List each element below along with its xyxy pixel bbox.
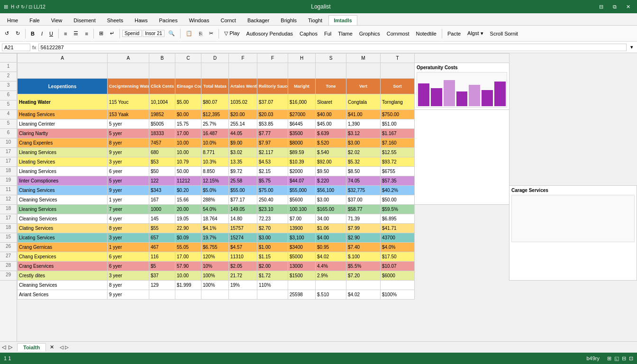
cell-lleaning-services-6[interactable]: Lleaning Services bbox=[18, 148, 108, 157]
graphs-btn[interactable]: Caphos bbox=[297, 29, 320, 38]
bold-btn[interactable]: B bbox=[28, 29, 37, 38]
cell-cn-6[interactable]: $7.77 bbox=[257, 129, 288, 138]
cell-ls17-6[interactable]: $2.15 bbox=[257, 167, 288, 176]
cell-ls17-5[interactable]: $9.72 bbox=[229, 167, 257, 176]
cell-cleaning-services-12[interactable]: Cleaning Services bbox=[18, 214, 108, 224]
cell-cs12-5[interactable]: 14.80 bbox=[229, 214, 257, 224]
align-center-btn[interactable]: ☰ bbox=[71, 29, 81, 38]
cell-chex-5[interactable]: 11310 bbox=[229, 252, 257, 262]
cell-hw-9[interactable]: Congtala bbox=[346, 94, 381, 110]
cell-hw-10[interactable]: Tornglang bbox=[381, 94, 415, 110]
cell-cres-10[interactable]: $10.07 bbox=[381, 262, 415, 271]
header-total[interactable]: Total Matas bbox=[201, 79, 229, 94]
restore-btn[interactable]: ⧉ bbox=[610, 3, 619, 11]
cell-llcating-services[interactable]: Llcating Services bbox=[18, 233, 108, 243]
cell-chex-8[interactable]: $4.02 bbox=[316, 252, 346, 262]
cell-cts-9[interactable]: $32,775 bbox=[346, 186, 381, 195]
cell-lts-8[interactable]: $92.00 bbox=[316, 157, 346, 167]
cell-lts-2[interactable]: $53 bbox=[149, 157, 175, 167]
cell-clating-services[interactable]: Clating Services bbox=[18, 224, 108, 233]
name-btn[interactable]: Tlame bbox=[335, 29, 355, 38]
cell-cg-8[interactable]: $0.95 bbox=[316, 243, 346, 252]
cell-cts-4[interactable]: $5.0% bbox=[201, 186, 229, 195]
cell-as-10[interactable]: $100% bbox=[381, 290, 415, 300]
tab-brighls[interactable]: Brighls bbox=[275, 15, 302, 25]
col-header-h[interactable]: H bbox=[288, 54, 316, 63]
cell-cd-10[interactable]: $6000 bbox=[381, 271, 415, 281]
cell-cres-3[interactable]: 57.90 bbox=[175, 262, 201, 271]
cell-chex-7[interactable]: $5000 bbox=[288, 252, 316, 262]
cell-cs28-2[interactable]: 129 bbox=[149, 281, 175, 290]
cell-cs19-4[interactable]: 288% bbox=[201, 195, 229, 205]
cell-claring-nartty[interactable]: Claring Nartty bbox=[18, 129, 108, 138]
graphics-btn[interactable]: Grophics bbox=[356, 29, 383, 38]
cell-cts-7[interactable]: $55,000 bbox=[288, 186, 316, 195]
cell-cd-2[interactable]: $37 bbox=[149, 271, 175, 281]
cell-ls11-4[interactable]: 54.0% bbox=[201, 205, 229, 214]
cell-ctaning-services[interactable]: Ctaning Services bbox=[18, 186, 108, 195]
cell-hw-5[interactable]: 1035.02 bbox=[229, 94, 257, 110]
cell-cs19-5[interactable]: $77.17 bbox=[229, 195, 257, 205]
cell-cs19-6[interactable]: 250.40 bbox=[257, 195, 288, 205]
cell-ls11-9[interactable]: $58.77 bbox=[346, 205, 381, 214]
cell-hs-5[interactable]: $20.00 bbox=[229, 110, 257, 119]
cell-crang-gernicas[interactable]: Crang Gernicas bbox=[18, 243, 108, 252]
cell-cls-4[interactable]: $4.1% bbox=[201, 224, 229, 233]
cell-cn-5[interactable]: 44.05 bbox=[229, 129, 257, 138]
cell-cs12-3[interactable]: 19.05 bbox=[175, 214, 201, 224]
cell-cs12-4[interactable]: 18.764 bbox=[201, 214, 229, 224]
cell-cls-10[interactable]: $41.71 bbox=[381, 224, 415, 233]
paste2-btn[interactable]: Pacte bbox=[445, 29, 464, 38]
cell-cg-9[interactable]: $7.40 bbox=[346, 243, 381, 252]
cell-as-3[interactable] bbox=[175, 290, 201, 300]
cell-t1[interactable] bbox=[381, 63, 415, 79]
cell-ic-5[interactable]: 25.58 bbox=[229, 176, 257, 186]
cell-cs19-3[interactable]: 15.66 bbox=[175, 195, 201, 205]
cell-ls11-3[interactable]: 20.00 bbox=[175, 205, 201, 214]
align2-btn[interactable]: Algst ▾ bbox=[464, 29, 486, 38]
status-icon1[interactable]: ⊞ bbox=[607, 355, 611, 362]
cell-cs12-6[interactable]: 72.23 bbox=[257, 214, 288, 224]
merge-btn[interactable]: ⊞ bbox=[96, 29, 106, 38]
cell-cs12-9[interactable]: 71.39 bbox=[346, 214, 381, 224]
cell-as-1[interactable]: 9 yyer bbox=[108, 290, 149, 300]
cell-lts-10[interactable]: $93.72 bbox=[381, 157, 415, 167]
cell-ref-input[interactable] bbox=[2, 44, 30, 51]
cell-chex-2[interactable]: 116 bbox=[149, 252, 175, 262]
cell-cd-9[interactable]: $7.20 bbox=[346, 271, 381, 281]
cell-hs-9[interactable]: $41.00 bbox=[346, 110, 381, 119]
cell-lleaning-cerinter[interactable]: Lleaning Cerinter bbox=[18, 119, 108, 129]
cell-crang-expenles[interactable]: Crang Expenles bbox=[18, 138, 108, 148]
cell-ls17-4[interactable]: 8.850 bbox=[201, 167, 229, 176]
cell-lts-4[interactable]: 10.3% bbox=[201, 157, 229, 167]
cell-hw-1[interactable]: 115 Youc bbox=[108, 94, 149, 110]
minimize-btn[interactable]: ⊟ bbox=[596, 3, 606, 11]
cell-ic-3[interactable]: 11212 bbox=[175, 176, 201, 186]
cell-ic-2[interactable]: 122 bbox=[149, 176, 175, 186]
cell-cts-5[interactable]: $55.00 bbox=[229, 186, 257, 195]
cell-cres-5[interactable]: $2.05 bbox=[229, 262, 257, 271]
cell-lc-1[interactable]: 5 yyer bbox=[108, 119, 149, 129]
cell-ls17-1[interactable]: 6 yeer bbox=[108, 167, 149, 176]
cell-chex-9[interactable]: $.100 bbox=[346, 252, 381, 262]
cell-lc-4[interactable]: 25.7% bbox=[201, 119, 229, 129]
italic-btn[interactable]: I bbox=[38, 29, 46, 38]
cell-hs-4[interactable]: $12,395 bbox=[201, 110, 229, 119]
cell-hw-3[interactable]: $5.00 bbox=[175, 94, 201, 110]
formula-input[interactable] bbox=[38, 44, 627, 51]
tab-view[interactable]: View bbox=[46, 15, 68, 25]
status-icon4[interactable]: ⊡ bbox=[629, 355, 633, 362]
cell-cs28-8[interactable] bbox=[316, 281, 346, 290]
header-click[interactable]: Click Cents bbox=[149, 79, 175, 94]
cell-cs28-1[interactable]: 8 yyer bbox=[108, 281, 149, 290]
cell-lc-3[interactable]: 15.75 bbox=[175, 119, 201, 129]
cell-hw-8[interactable]: Sloaret bbox=[316, 94, 346, 110]
cell-llcs-1[interactable]: 3 yyer bbox=[108, 233, 149, 243]
cell-cs19-8[interactable]: $3.00 bbox=[316, 195, 346, 205]
cell-cres-2[interactable]: $5 bbox=[149, 262, 175, 271]
cell-hs-2[interactable]: 19852 bbox=[149, 110, 175, 119]
cell-cts-6[interactable]: $75.00 bbox=[257, 186, 288, 195]
sheet-nav-right[interactable]: ▷ bbox=[9, 344, 12, 350]
cell-ic-4[interactable]: 12.15% bbox=[201, 176, 229, 186]
col-header-f[interactable]: F bbox=[229, 54, 257, 63]
